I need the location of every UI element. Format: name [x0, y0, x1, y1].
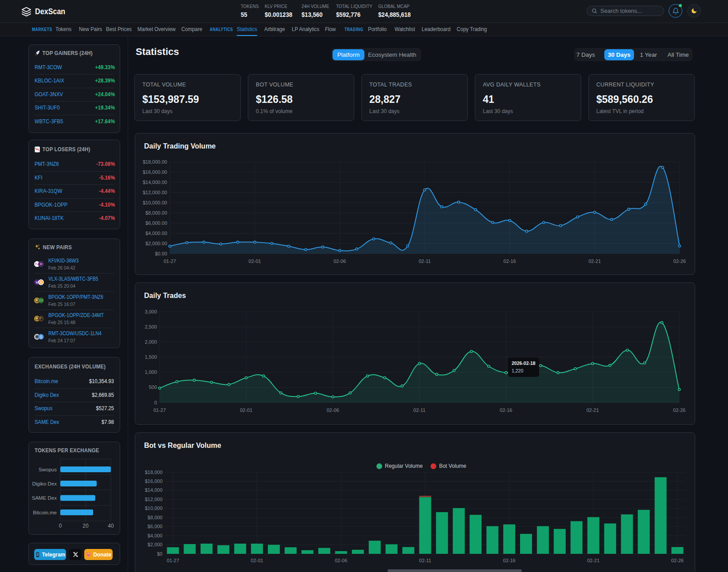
svg-text:02-21: 02-21 [587, 558, 599, 563]
svg-text:500: 500 [149, 384, 157, 390]
svg-text:3,000: 3,000 [145, 309, 157, 314]
svg-text:$6,000.00: $6,000.00 [145, 220, 167, 226]
svg-text:0: 0 [154, 400, 157, 405]
svg-text:02-21: 02-21 [588, 259, 601, 264]
svg-text:2,000: 2,000 [145, 339, 157, 345]
svg-text:$8,000: $8,000 [148, 515, 163, 520]
svg-text:1,500: 1,500 [145, 354, 157, 360]
svg-text:01-27: 01-27 [153, 407, 166, 413]
svg-text:02-06: 02-06 [335, 558, 347, 563]
svg-text:$14,000: $14,000 [145, 487, 163, 493]
svg-text:02-26: 02-26 [673, 259, 686, 264]
svg-text:$: $ [40, 335, 42, 339]
svg-text:$4,000: $4,000 [148, 533, 163, 538]
svg-text:01-27: 01-27 [167, 558, 179, 563]
svg-text:$2,000: $2,000 [148, 542, 163, 547]
svg-text:01-27: 01-27 [164, 259, 176, 264]
svg-text:$6,000: $6,000 [148, 524, 163, 529]
svg-text:Swopus: Swopus [39, 467, 57, 472]
svg-text:$0: $0 [157, 551, 162, 556]
svg-text:02-06: 02-06 [327, 407, 339, 413]
svg-text:20: 20 [82, 523, 89, 529]
svg-text:$12,000: $12,000 [145, 497, 163, 502]
svg-text:02-16: 02-16 [500, 407, 512, 413]
svg-text:B: B [40, 281, 42, 284]
svg-text:02-01: 02-01 [249, 259, 261, 264]
svg-text:$4,000.00: $4,000.00 [145, 231, 167, 236]
svg-text:1,000: 1,000 [145, 369, 157, 375]
svg-text:02-01: 02-01 [251, 558, 263, 563]
svg-text:02-26: 02-26 [673, 407, 685, 413]
svg-text:02-06: 02-06 [333, 259, 346, 264]
svg-text:02-11: 02-11 [419, 259, 431, 264]
svg-text:02-16: 02-16 [503, 558, 516, 563]
svg-text:$12,000.00: $12,000.00 [143, 190, 167, 195]
svg-text:02-01: 02-01 [240, 407, 252, 413]
svg-text:2,500: 2,500 [145, 324, 157, 329]
svg-text:$16,000: $16,000 [145, 478, 163, 484]
svg-text:$18,000.00: $18,000.00 [143, 159, 167, 165]
svg-text:40: 40 [108, 523, 114, 529]
svg-text:02-21: 02-21 [587, 407, 599, 413]
svg-text:02-11: 02-11 [413, 407, 425, 413]
svg-text:$8,000.00: $8,000.00 [145, 210, 167, 215]
svg-text:$0.00: $0.00 [155, 251, 167, 256]
svg-text:SAME Dex: SAME Dex [32, 495, 57, 501]
svg-text:02-16: 02-16 [504, 259, 516, 264]
svg-text:02-26: 02-26 [671, 558, 684, 563]
svg-text:Digiko Dex: Digiko Dex [32, 481, 57, 486]
svg-text:$16,000.00: $16,000.00 [143, 169, 167, 175]
svg-text:$10,000.00: $10,000.00 [143, 200, 167, 205]
svg-text:$2,000.00: $2,000.00 [145, 241, 167, 246]
svg-text:02-11: 02-11 [419, 558, 431, 563]
svg-text:$10,000: $10,000 [145, 505, 163, 511]
svg-text:Bitcoin.me: Bitcoin.me [33, 510, 57, 515]
svg-text:$18,000: $18,000 [145, 470, 163, 475]
svg-text:0: 0 [59, 523, 62, 529]
svg-text:$14,000.00: $14,000.00 [143, 180, 167, 185]
